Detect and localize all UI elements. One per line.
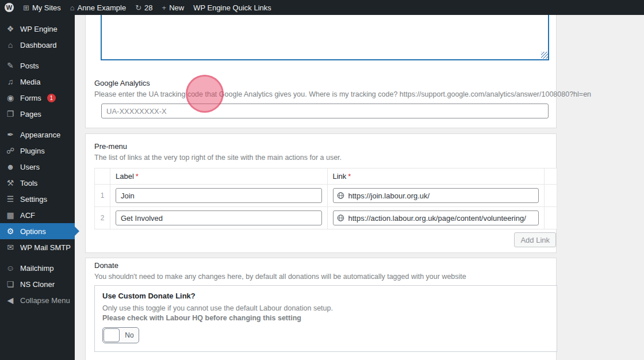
options-gear-icon: ⚙: [5, 227, 16, 235]
forms-icon: ◉: [5, 94, 16, 102]
label-cell: [110, 207, 328, 229]
forms-update-badge: 1: [47, 94, 56, 102]
sidebar-item-ns-cloner[interactable]: ❏ NS Cloner: [0, 276, 75, 292]
pages-icon: ❐: [5, 110, 16, 118]
posts-icon: ✎: [5, 62, 16, 70]
custom-donate-link-field: Use Custom Donate Link? Only use this to…: [94, 285, 557, 352]
new-label: New: [169, 3, 184, 12]
table-header-row: Label* Link*: [95, 168, 557, 185]
link-cell: [327, 185, 545, 207]
ga-tracking-input[interactable]: [101, 104, 549, 118]
label-input[interactable]: [116, 210, 322, 225]
main-content: Google Analytics Please enter the UA tra…: [75, 15, 644, 360]
google-analytics-label: Google Analytics: [94, 79, 150, 87]
active-textarea[interactable]: [101, 15, 549, 60]
my-sites-menu[interactable]: ⊞ My Sites: [18, 0, 66, 15]
collapse-icon: ◀: [5, 296, 16, 304]
acf-icon: ▦: [5, 211, 16, 219]
row-drag-handle[interactable]: 1: [95, 185, 110, 207]
sidebar-item-collapse-menu[interactable]: ◀ Collapse Menu: [0, 292, 75, 308]
custom-donate-link-warning: Please check with Labour HQ before chang…: [102, 314, 301, 322]
quick-links-label: WP Engine Quick Links: [193, 3, 271, 12]
settings-icon: ☰: [5, 195, 16, 203]
row-actions-header: [545, 168, 557, 185]
row-drag-handle[interactable]: 2: [95, 207, 110, 229]
sidebar-item-posts[interactable]: ✎ Posts: [0, 58, 75, 74]
donate-toggle[interactable]: No: [102, 327, 139, 343]
plus-icon: +: [162, 4, 167, 12]
sidebar-item-label: Options: [20, 227, 46, 236]
label-cell: [110, 185, 328, 207]
wordpress-logo-icon: W: [5, 3, 14, 12]
media-icon: ♫: [5, 78, 16, 86]
tools-icon: ⚒: [5, 179, 16, 187]
sidebar-item-label: Tools: [20, 179, 37, 187]
sidebar-item-tools[interactable]: ⚒ Tools: [0, 175, 75, 191]
updates-icon: ↻: [135, 4, 141, 12]
plugins-icon: ☍: [5, 147, 16, 155]
admin-bar: W ⊞ My Sites ⌂ Anne Example ↻ 28 + New W…: [0, 0, 644, 15]
sidebar-item-label: Settings: [20, 195, 47, 204]
sidebar-item-options[interactable]: ⚙ Options: [0, 223, 75, 239]
sidebar-item-plugins[interactable]: ☍ Plugins: [0, 143, 75, 159]
label-input[interactable]: [116, 188, 322, 203]
menu-separator: [0, 53, 75, 58]
column-header-link: Link*: [327, 168, 545, 185]
wpengine-quick-links-menu[interactable]: WP Engine Quick Links: [189, 0, 276, 15]
site-name-menu[interactable]: ⌂ Anne Example: [66, 0, 131, 15]
textarea-resize-grip[interactable]: [541, 52, 548, 59]
row-actions-cell[interactable]: [545, 207, 557, 229]
sidebar-item-label: Plugins: [20, 147, 45, 155]
google-analytics-description: Please enter the UA tracking code that G…: [94, 90, 591, 98]
link-cell: [327, 207, 545, 229]
sidebar-item-label: Posts: [20, 62, 39, 70]
updates-menu[interactable]: ↻ 28: [131, 0, 157, 15]
donate-description: You shouldn't need to make any changes h…: [94, 273, 466, 281]
appearance-icon: ✒: [5, 131, 16, 139]
required-asterisk: *: [136, 172, 139, 181]
sidebar-item-label: Pages: [20, 110, 41, 118]
toggle-knob[interactable]: [103, 328, 120, 342]
required-asterisk: *: [348, 172, 351, 181]
sidebar-item-wp-engine[interactable]: ❖ WP Engine: [0, 21, 75, 37]
sidebar-item-label: Forms: [20, 94, 41, 102]
column-header-label: Label*: [110, 168, 328, 185]
sidebar-item-users[interactable]: ☻ Users: [0, 159, 75, 175]
sidebar-item-label: Appearance: [20, 131, 60, 139]
sidebar-item-settings[interactable]: ☰ Settings: [0, 191, 75, 207]
sidebar-item-label: Mailchimp: [20, 264, 54, 273]
sidebar-item-dashboard[interactable]: ⌂ Dashboard: [0, 37, 75, 53]
custom-donate-link-label: Use Custom Donate Link?: [102, 292, 195, 300]
pre-menu-table: Label* Link* 1: [94, 168, 557, 229]
admin-sidebar: ❖ WP Engine ⌂ Dashboard ✎ Posts ♫ Media …: [0, 15, 75, 360]
sidebar-item-label: NS Cloner: [20, 280, 55, 289]
sidebar-item-forms[interactable]: ◉ Forms 1: [0, 90, 75, 106]
sidebar-item-wp-mail-smtp[interactable]: ✉ WP Mail SMTP: [0, 239, 75, 255]
sidebar-item-label: WP Mail SMTP: [20, 243, 71, 252]
sidebar-item-label: Collapse Menu: [20, 296, 70, 305]
wordpress-menu[interactable]: W: [0, 0, 18, 15]
sidebar-item-pages[interactable]: ❐ Pages: [0, 106, 75, 122]
add-link-button[interactable]: Add Link: [514, 232, 556, 247]
home-icon: ⌂: [70, 4, 75, 12]
sites-grid-icon: ⊞: [23, 4, 29, 12]
sidebar-item-label: WP Engine: [20, 25, 57, 33]
sidebar-item-media[interactable]: ♫ Media: [0, 74, 75, 90]
sidebar-item-label: Users: [20, 163, 40, 171]
link-input-wrap: [333, 188, 539, 203]
link-input[interactable]: [333, 188, 539, 203]
site-name-label: Anne Example: [78, 3, 126, 12]
menu-separator: [0, 255, 75, 260]
sidebar-item-mailchimp[interactable]: ☺ Mailchimp: [0, 260, 75, 276]
sidebar-item-appearance[interactable]: ✒ Appearance: [0, 127, 75, 143]
sidebar-item-acf[interactable]: ▦ ACF: [0, 207, 75, 223]
link-input[interactable]: [333, 210, 539, 225]
new-content-menu[interactable]: + New: [158, 0, 189, 15]
wordpress-admin-screen: W ⊞ My Sites ⌂ Anne Example ↻ 28 + New W…: [0, 0, 644, 360]
mail-icon: ✉: [5, 243, 16, 251]
table-row: 1: [95, 185, 557, 207]
table-row: 2: [95, 207, 557, 229]
pre-menu-label: Pre-menu: [94, 142, 127, 151]
row-actions-cell[interactable]: [545, 185, 557, 207]
pre-menu-description: The list of links at the very top right …: [94, 154, 342, 162]
